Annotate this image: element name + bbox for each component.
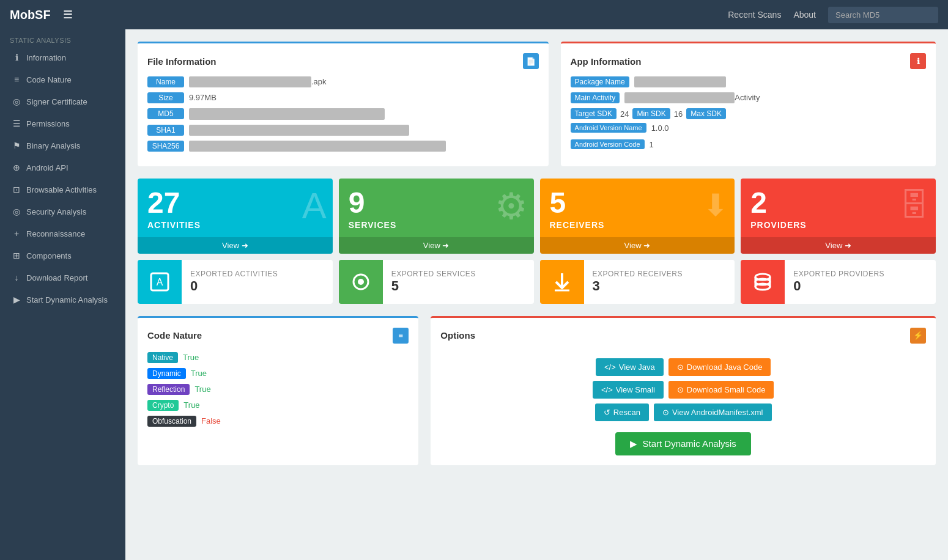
exp-services-text: EXPORTED SERVICES 5	[383, 263, 484, 300]
exported-activities-tile: A EXPORTED ACTIVITIES 0	[138, 260, 333, 304]
recon-icon: +	[12, 229, 21, 238]
svg-point-8	[755, 284, 770, 290]
services-tile[interactable]: 9 SERVICES ⚙ View ➜	[339, 179, 534, 254]
file-sha1-value	[189, 125, 409, 136]
exp-services-label: EXPORTED SERVICES	[391, 270, 476, 278]
download-java-code-button[interactable]: ⊙ Download Java Code	[668, 358, 771, 376]
file-size-value: 9.97MB	[189, 92, 217, 103]
download-smali-icon: ⊙	[677, 385, 684, 394]
about-link[interactable]: About	[793, 10, 816, 20]
sidebar-item-binary-analysis[interactable]: ⚑ Binary Analysis	[0, 134, 125, 157]
sidebar-item-label: Code Nature	[26, 75, 72, 84]
name-label: Name	[147, 76, 184, 87]
exp-activities-text: EXPORTED ACTIVITIES 0	[182, 263, 286, 300]
view-java-button[interactable]: </> View Java	[596, 358, 664, 376]
binary-icon: ⚑	[12, 141, 21, 150]
providers-view-link[interactable]: View ➜	[741, 237, 936, 254]
options-title-icon: ⚡	[910, 328, 926, 344]
package-name-row: Package Name	[571, 76, 926, 87]
reflection-row: Reflection True	[147, 384, 409, 395]
native-badge: Native	[147, 352, 178, 363]
receivers-count: 5	[550, 188, 725, 218]
providers-tile[interactable]: 2 PROVIDERS 🗄 View ➜	[741, 179, 936, 254]
sidebar-item-security-analysis[interactable]: ◎ Security Analysis	[0, 201, 125, 223]
activities-view-link[interactable]: View ➜	[138, 237, 333, 254]
sidebar-item-signer-certificate[interactable]: ◎ Signer Certificate	[0, 90, 125, 112]
sidebar-item-code-nature[interactable]: ≡ Code Nature	[0, 68, 125, 90]
reflection-badge: Reflection	[147, 384, 190, 395]
svg-point-3	[358, 279, 364, 285]
file-size-row: Size 9.97MB	[147, 92, 539, 103]
sidebar-item-permissions[interactable]: ☰ Permissions	[0, 112, 125, 134]
main-layout: Static Analysis ℹ Information ≡ Code Nat…	[0, 29, 948, 560]
components-icon: ⊞	[12, 251, 21, 260]
file-info-icon: 📄	[523, 53, 539, 69]
exp-providers-value: 0	[793, 278, 884, 294]
download-java-icon: ⊙	[677, 363, 684, 372]
receivers-tile[interactable]: 5 RECEIVERS ⬇ View ➜	[540, 179, 735, 254]
activities-icon: A	[302, 185, 327, 227]
receivers-view-link[interactable]: View ➜	[540, 237, 735, 254]
main-content: File Information 📄 Name .apk Size 9.97MB…	[125, 29, 948, 560]
sidebar-item-reconnaissance[interactable]: + Reconnaissance	[0, 223, 125, 245]
sidebar-item-information[interactable]: ℹ Information	[0, 46, 125, 68]
manifest-icon: ⊙	[662, 408, 669, 417]
sidebar-item-label: Components	[26, 251, 72, 260]
sidebar-item-android-api[interactable]: ⊕ Android API	[0, 157, 125, 179]
sidebar-item-label: Security Analysis	[26, 207, 86, 216]
sha256-label: SHA256	[147, 141, 184, 152]
info-icon: ℹ	[12, 53, 21, 62]
obfuscation-badge: Obfuscation	[147, 416, 196, 427]
start-dynamic-analysis-button[interactable]: ▶ Start Dynamic Analysis	[615, 432, 750, 455]
brand-logo: MobSF	[10, 8, 51, 22]
exp-providers-label: EXPORTED PROVIDERS	[793, 270, 884, 278]
file-sha1-row: SHA1	[147, 125, 539, 136]
recent-scans-link[interactable]: Recent Scans	[728, 10, 781, 20]
code-nature-title: Code Nature ≡	[147, 328, 409, 344]
sidebar-item-label: Start Dynamic Analysis	[26, 295, 108, 304]
code-nature-card: Code Nature ≡ Native True Dynamic True R…	[138, 316, 418, 465]
file-name-value: .apk	[189, 76, 327, 87]
android-version-code-value: 1	[650, 139, 654, 150]
download-smali-code-button[interactable]: ⊙ Download Smali Code	[668, 381, 774, 399]
receivers-label: RECEIVERS	[550, 220, 725, 230]
exported-receivers-tile: EXPORTED RECEIVERS 3	[540, 260, 735, 304]
options-row-3: ↺ Rescan ⊙ View AndroidManifest.xml	[595, 403, 772, 421]
crypto-value: True	[183, 400, 199, 410]
dynamic-value: True	[191, 369, 207, 378]
view-android-manifest-button[interactable]: ⊙ View AndroidManifest.xml	[654, 403, 772, 421]
package-name-value	[634, 76, 726, 87]
rescan-icon: ↺	[604, 408, 610, 417]
options-row-1: </> View Java ⊙ Download Java Code	[596, 358, 771, 376]
services-view-link[interactable]: View ➜	[339, 237, 534, 254]
exported-services-tile: EXPORTED SERVICES 5	[339, 260, 534, 304]
sidebar-item-start-dynamic-analysis[interactable]: ▶ Start Dynamic Analysis	[0, 289, 125, 311]
stats-tiles-row: 27 ACTIVITIES A View ➜ 9 SERVICES ⚙ View…	[138, 179, 936, 254]
hamburger-menu[interactable]: ☰	[63, 8, 73, 21]
exp-services-value: 5	[391, 278, 476, 294]
code-nature-icon: ≡	[12, 75, 21, 84]
app-info-icon: ℹ	[910, 53, 926, 69]
sidebar-item-download-report[interactable]: ↓ Download Report	[0, 267, 125, 289]
view-smali-icon: </>	[601, 385, 613, 394]
size-label: Size	[147, 92, 184, 103]
exp-activities-icon: A	[138, 260, 182, 304]
target-sdk-badge: Target SDK	[571, 108, 617, 119]
options-buttons-container: </> View Java ⊙ Download Java Code </> V…	[440, 352, 926, 455]
view-smali-button[interactable]: </> View Smali	[593, 381, 664, 399]
download-icon: ↓	[12, 273, 21, 282]
android-version-code-row: Android Version Code 1	[571, 139, 926, 150]
security-icon: ◎	[12, 207, 21, 216]
file-info-title: File Information 📄	[147, 53, 539, 69]
android-version-name-row: Android Version Name 1.0.0	[571, 123, 926, 134]
exp-receivers-icon	[540, 260, 584, 304]
sidebar-item-browsable-activities[interactable]: ⊡ Browsable Activities	[0, 179, 125, 201]
sidebar-item-components[interactable]: ⊞ Components	[0, 245, 125, 267]
browsable-icon: ⊡	[12, 185, 21, 194]
providers-icon: 🗄	[899, 188, 930, 223]
file-information-card: File Information 📄 Name .apk Size 9.97MB…	[138, 42, 549, 166]
activities-tile[interactable]: 27 ACTIVITIES A View ➜	[138, 179, 333, 254]
search-md5-input[interactable]	[828, 7, 938, 23]
code-nature-title-icon: ≡	[393, 328, 409, 344]
rescan-button[interactable]: ↺ Rescan	[595, 403, 649, 421]
